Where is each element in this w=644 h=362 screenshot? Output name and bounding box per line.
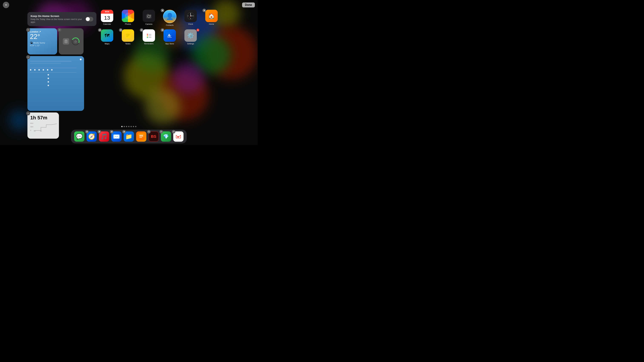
keep-home-toggle[interactable] [86, 17, 93, 21]
home-remove[interactable]: ✕ [202, 9, 206, 12]
keep-home-popup: Keep On Home Screen Keep the Today View … [28, 12, 96, 26]
svg-point-35 [147, 37, 148, 38]
appstore-label: App Store [166, 43, 174, 45]
dock-item-music[interactable]: ✕ 🎵 [99, 131, 109, 142]
clock-label: Clock [188, 23, 193, 25]
files-remove[interactable]: ✕ [122, 130, 126, 133]
page-dot-1[interactable] [122, 126, 123, 127]
photos-icon [122, 10, 134, 22]
contacts-label: Contacts [166, 24, 174, 26]
settings-label: Settings [187, 43, 194, 45]
page-dot-6[interactable] [133, 126, 134, 127]
page-dots [122, 126, 136, 127]
settings-icon: ⚙️ [184, 29, 197, 42]
bs-minus[interactable]: − [147, 130, 150, 133]
dock: 💬 ✕ 🧭 ✕ 🎵 ✕ ✉️ ✕ 📁 − BS [71, 130, 187, 143]
app-item-reminders[interactable]: ✕ Reminders [141, 29, 157, 45]
time-widget-remove[interactable]: − [26, 111, 30, 115]
notes-remove[interactable]: ✕ [119, 28, 122, 32]
appstore-remove[interactable]: ✕ [161, 28, 164, 32]
reminders-remove[interactable]: ✕ [140, 28, 143, 32]
svg-rect-1 [66, 40, 66, 42]
svg-text:0: 0 [30, 129, 31, 131]
maps-label: Maps [105, 43, 110, 45]
timer-phone-icon [63, 38, 69, 44]
popup-title: Keep On Home Screen [30, 14, 83, 17]
sketch-minus[interactable]: − [160, 130, 163, 133]
timer-widget: ◷ [59, 28, 84, 54]
calendar-icon: MON 13 [101, 10, 113, 22]
page-dot-4[interactable] [128, 126, 130, 127]
app-item-maps[interactable]: ✕ 🗺 Maps [99, 29, 115, 45]
time-duration: 1h 57m [30, 115, 56, 121]
dock-item-gmail[interactable]: − M [173, 131, 184, 142]
svg-text:12: 12 [34, 130, 36, 132]
add-button[interactable]: + [3, 2, 9, 8]
weather-widget-remove[interactable]: − [26, 28, 30, 32]
notes-icon [122, 29, 134, 42]
app-grid: MON 13 Calendar Photos Camera ✕ 👤 Contac… [99, 10, 220, 45]
maps-remove[interactable]: ✕ [98, 28, 102, 32]
calendar-label: Calendar [103, 23, 111, 25]
app-item-contacts[interactable]: ✕ 👤 Contacts [162, 10, 178, 26]
weather-condition: Mostly Sunny [34, 42, 45, 44]
dock-item-files[interactable]: ✕ 📁 [124, 131, 134, 142]
weather-temp: 22° [30, 33, 55, 40]
page-dot-7[interactable] [135, 126, 136, 127]
popup-text-block: Keep On Home Screen Keep the Today View … [30, 14, 83, 23]
reminders-icon [143, 29, 155, 42]
svg-point-33 [147, 35, 148, 36]
app-item-notes[interactable]: ✕ Notes [120, 29, 136, 45]
popup-subtitle: Keep the Today View on the Home screen n… [30, 18, 83, 23]
app-item-home[interactable]: ✕ 🏠 Home [204, 10, 220, 26]
app-item-camera[interactable]: Camera [141, 10, 157, 26]
time-widget: 1h 57m 60m 30m 0 12 15 [28, 112, 59, 139]
svg-point-31 [147, 34, 148, 35]
dock-item-safari[interactable]: ✕ 🧭 [86, 131, 97, 142]
svg-text:M: M [177, 135, 179, 138]
toggle-knob [86, 17, 90, 21]
weather-widget: London ↗ 22° 🌤 Mostly Sunny H:24° L:12° [28, 28, 57, 54]
page-dot-2[interactable] [124, 126, 125, 127]
home-label: Home [209, 23, 214, 25]
mail-remove[interactable]: ✕ [110, 130, 114, 133]
dock-item-sketch[interactable]: − 💎 [161, 131, 171, 142]
weather-condition-row: 🌤 Mostly Sunny [30, 41, 55, 44]
home-icon: 🏠 [205, 10, 218, 22]
contacts-remove[interactable]: ✕ [161, 9, 164, 12]
blue-activity-widget [28, 56, 84, 111]
app-item-settings[interactable]: ⚙️ 1 Settings [183, 29, 198, 45]
done-button[interactable]: Done [242, 2, 255, 7]
page-dot-3[interactable] [126, 126, 127, 127]
camera-icon [143, 10, 155, 22]
svg-point-24 [190, 15, 191, 16]
app-item-clock[interactable]: Clock [183, 10, 198, 26]
timer-widget-remove[interactable]: − [58, 28, 62, 32]
dock-item-messages[interactable]: 💬 [74, 131, 84, 142]
gmail-minus[interactable]: − [172, 130, 176, 133]
dock-item-bs[interactable]: − BS [148, 131, 159, 142]
svg-point-14 [150, 15, 151, 15]
notes-label: Notes [126, 43, 130, 45]
time-chart: 60m 30m 0 12 15 [30, 122, 56, 133]
settings-badge: 1 [196, 29, 199, 31]
page-dot-5[interactable] [130, 126, 132, 127]
dock-item-mail[interactable]: ✕ ✉️ [111, 131, 122, 142]
svg-rect-44 [139, 136, 143, 137]
svg-rect-13 [148, 14, 148, 15]
app-item-calendar[interactable]: MON 13 Calendar [99, 10, 115, 26]
app-item-photos[interactable]: Photos [120, 10, 136, 26]
widget-dot [80, 58, 82, 60]
timer-circle-icon: ◷ [72, 37, 80, 45]
blue-widget-remove[interactable]: − [26, 55, 30, 59]
svg-point-12 [148, 15, 150, 17]
music-remove[interactable]: ✕ [98, 130, 101, 133]
svg-text:30m: 30m [30, 126, 34, 128]
app-item-appstore[interactable]: ✕ A App Store [162, 29, 178, 45]
safari-remove[interactable]: ✕ [85, 130, 89, 133]
wave-lines [30, 61, 82, 86]
dock-item-mango[interactable] [136, 131, 146, 142]
timer-icons: ◷ [63, 37, 80, 45]
top-bar: + Done [0, 2, 258, 8]
camera-label: Camera [145, 23, 152, 25]
